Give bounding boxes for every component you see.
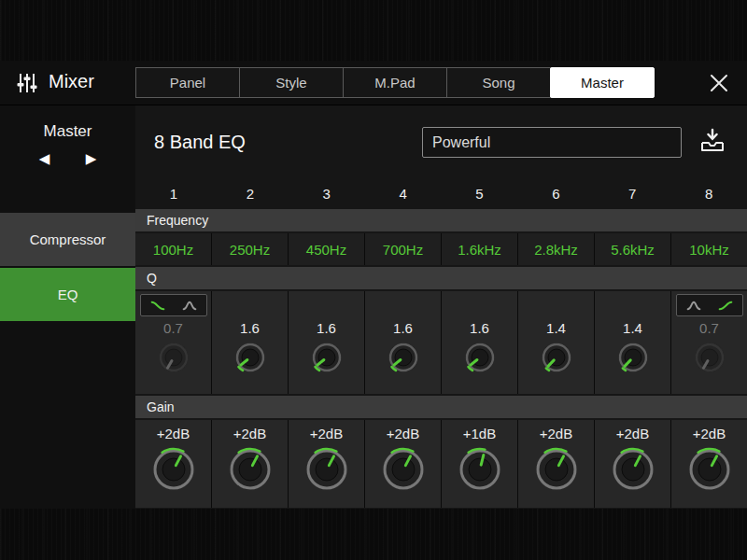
tab-label: Style <box>275 75 306 91</box>
gain-knob[interactable] <box>228 447 273 492</box>
close-icon[interactable] <box>708 72 730 94</box>
frequency-value-band-8[interactable]: 10kHz <box>671 233 747 265</box>
q-knob[interactable] <box>310 341 344 374</box>
gain-value: +2dB <box>387 423 419 445</box>
gain-band-4: +2dB <box>365 420 441 508</box>
q-section-label: Q <box>147 271 157 286</box>
frequency-value-label: 2.8kHz <box>534 242 578 258</box>
band-number-7: 7 <box>594 179 670 207</box>
sidebar-item-compressor[interactable]: Compressor <box>0 213 135 266</box>
q-band-3: 1.6 <box>289 291 364 394</box>
q-value: 1.6 <box>393 318 413 339</box>
gain-band-1: +2dB <box>135 420 211 508</box>
q-knob[interactable] <box>387 341 420 374</box>
eq-header: 8 Band EQ <box>135 105 747 179</box>
prev-arrow-icon[interactable]: ◀ <box>35 149 55 168</box>
tab-label: Song <box>482 75 514 91</box>
sidebar-item-eq[interactable]: EQ <box>0 268 135 321</box>
frequency-section-bar: Frequency <box>135 209 747 231</box>
band-number-8: 8 <box>670 179 747 207</box>
tab-panel[interactable]: Panel <box>135 67 240 98</box>
low-shelf-icon[interactable] <box>143 296 173 315</box>
q-knob[interactable] <box>540 341 573 374</box>
sidebar-items: CompressorEQ <box>0 213 135 321</box>
frequency-value-label: 700Hz <box>383 242 423 258</box>
q-knob[interactable] <box>157 341 190 374</box>
frequency-row: 100Hz250Hz450Hz700Hz1.6kHz2.8kHz5.6kHz10… <box>135 233 747 265</box>
gain-value: +2dB <box>693 423 726 445</box>
sidebar: Master ◀ ▶ CompressorEQ <box>0 105 135 509</box>
gain-band-3: +2dB <box>289 420 364 508</box>
gain-value: +2dB <box>540 423 572 445</box>
filter-type-selector[interactable] <box>676 294 743 316</box>
header-bar: Mixer PanelStyleM.PadSongMaster <box>0 61 747 105</box>
tab-style[interactable]: Style <box>239 67 344 98</box>
frequency-value-band-3[interactable]: 450Hz <box>289 233 364 265</box>
tab-m-pad[interactable]: M.Pad <box>343 67 447 98</box>
q-band-6: 1.4 <box>518 291 594 394</box>
frequency-value-band-6[interactable]: 2.8kHz <box>518 233 594 265</box>
tab-master[interactable]: Master <box>550 67 655 98</box>
sidebar-item-label: EQ <box>58 287 78 302</box>
frequency-value-band-4[interactable]: 700Hz <box>365 233 441 265</box>
gain-knob[interactable] <box>151 447 196 492</box>
next-arrow-icon[interactable]: ▶ <box>81 149 102 168</box>
frequency-value-band-2[interactable]: 250Hz <box>212 233 288 265</box>
q-value: 1.6 <box>240 318 260 339</box>
gain-row: +2dB+2dB+2dB+2dB+1dB+2dB+2dB+2dB <box>135 420 747 508</box>
q-knob[interactable] <box>463 341 497 374</box>
q-value: 1.4 <box>546 318 566 339</box>
tab-label: Master <box>581 75 624 91</box>
frequency-value-band-5[interactable]: 1.6kHz <box>442 233 517 265</box>
peak-icon[interactable] <box>175 296 204 315</box>
frequency-value-label: 250Hz <box>230 242 270 258</box>
q-band-1: 0.7 <box>135 291 211 394</box>
gain-knob[interactable] <box>458 447 502 492</box>
q-row: 0.71.61.61.61.61.41.40.7 <box>135 291 747 394</box>
filter-strip-spacer <box>370 294 437 316</box>
save-icon <box>698 127 726 158</box>
master-selector-label: Master <box>0 122 135 141</box>
high-shelf-icon[interactable] <box>711 296 740 315</box>
eq-panel: 8 Band EQ <box>135 105 747 509</box>
mixer-screen: Mixer PanelStyleM.PadSongMaster Master ◀… <box>0 0 747 560</box>
gain-value: +2dB <box>233 423 266 445</box>
frequency-value-band-7[interactable]: 5.6kHz <box>595 233 670 265</box>
q-knob[interactable] <box>233 341 267 374</box>
gain-knob[interactable] <box>534 447 579 492</box>
band-number-5: 5 <box>442 179 518 207</box>
page-title: Mixer <box>49 71 94 92</box>
gain-knob[interactable] <box>381 447 426 492</box>
band-number-2: 2 <box>212 179 289 207</box>
q-value: 0.7 <box>699 318 719 339</box>
eq-preset-input[interactable] <box>422 127 682 158</box>
q-knob[interactable] <box>616 341 650 374</box>
frequency-value-label: 450Hz <box>306 242 346 258</box>
filter-type-selector[interactable] <box>140 294 207 316</box>
q-section-bar: Q <box>135 267 747 289</box>
gain-knob[interactable] <box>611 447 655 492</box>
gain-band-6: +2dB <box>518 420 594 508</box>
q-knob[interactable] <box>693 341 726 374</box>
frequency-value-label: 5.6kHz <box>611 242 655 258</box>
tab-label: M.Pad <box>374 75 415 91</box>
gain-value: +2dB <box>616 423 649 445</box>
q-value: 1.6 <box>317 318 336 339</box>
gain-value: +2dB <box>157 423 190 445</box>
peak-icon[interactable] <box>679 296 709 315</box>
master-selector-arrows: ◀ ▶ <box>0 149 135 168</box>
frequency-value-band-1[interactable]: 100Hz <box>135 233 211 265</box>
gain-knob[interactable] <box>304 447 349 492</box>
gain-band-2: +2dB <box>212 420 288 508</box>
gain-knob[interactable] <box>687 447 732 492</box>
filter-strip-spacer <box>293 294 360 316</box>
q-band-5: 1.6 <box>442 291 517 394</box>
frequency-value-label: 10kHz <box>689 242 729 258</box>
tab-label: Panel <box>170 75 205 91</box>
tab-song[interactable]: Song <box>446 67 551 98</box>
q-band-8: 0.7 <box>671 291 747 394</box>
filter-strip-spacer <box>217 294 284 316</box>
frequency-value-label: 100Hz <box>153 242 193 258</box>
band-number-3: 3 <box>289 179 365 207</box>
save-preset-button[interactable] <box>697 127 728 159</box>
